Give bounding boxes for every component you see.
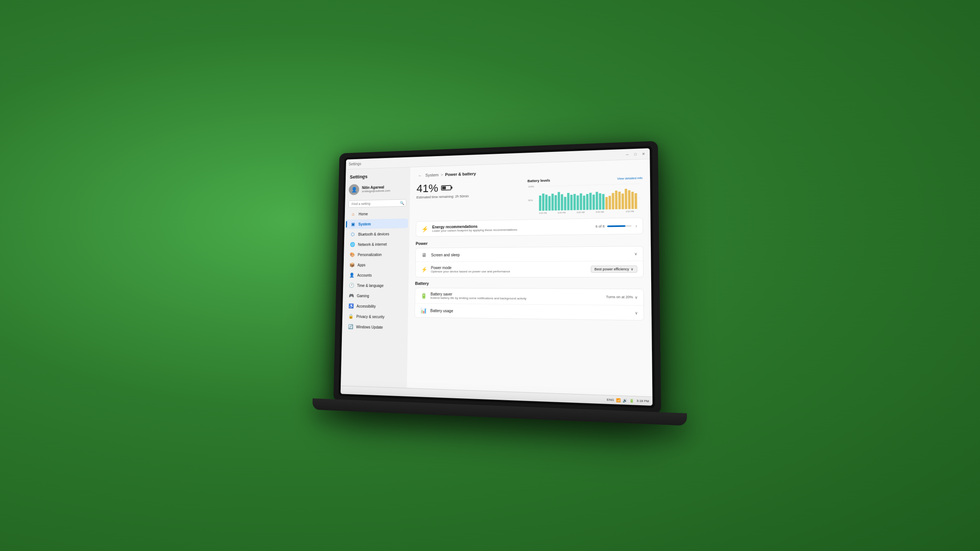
battery-percentage-display: 41% xyxy=(416,181,469,195)
power-mode-action: Best power efficiency ∨ xyxy=(591,266,637,273)
svg-rect-23 xyxy=(599,193,601,210)
minimize-button[interactable]: ─ xyxy=(624,152,630,157)
svg-rect-21 xyxy=(593,195,595,210)
svg-text:50%: 50% xyxy=(528,199,533,201)
chart-title: Battery levels xyxy=(528,179,550,183)
sidebar-item-accessibility[interactable]: ♿ Accessibility xyxy=(344,301,407,311)
user-info: Nitin Agarwal smblogs@outlook.com xyxy=(362,184,407,193)
sidebar-item-update[interactable]: 🔄 Windows Update xyxy=(343,322,407,333)
energy-recommendations-progress: 6 of 8 xyxy=(596,224,632,228)
taskbar-time: 3:18 PM xyxy=(637,399,649,403)
close-button[interactable]: ✕ xyxy=(641,151,647,156)
breadcrumb-current: Power & battery xyxy=(445,171,476,177)
svg-rect-30 xyxy=(622,194,624,209)
svg-rect-6 xyxy=(545,195,547,211)
battery-chart-section: Battery levels View detailed info 100% 5… xyxy=(528,176,643,215)
sidebar: Settings 👤 Nitin Agarwal smblogs@outlook… xyxy=(341,167,410,388)
sidebar-item-system[interactable]: ▣ System xyxy=(346,218,408,229)
taskbar-system-icons: ENG 📶 🔊 🔋 xyxy=(607,398,634,403)
battery-saver-action: Turns on at 20% ∨ xyxy=(606,295,637,299)
progress-bar xyxy=(607,225,632,227)
power-mode-value: Best power efficiency xyxy=(595,267,629,271)
chart-link[interactable]: View detailed info xyxy=(617,176,643,180)
sidebar-item-label-accessibility: Accessibility xyxy=(356,304,376,308)
battery-fill xyxy=(442,186,446,189)
svg-rect-25 xyxy=(605,197,608,210)
accounts-icon: 👤 xyxy=(349,272,354,278)
sidebar-item-time[interactable]: 🕐 Time & language xyxy=(345,280,407,290)
sidebar-item-label-bluetooth: Bluetooth & devices xyxy=(358,232,389,236)
svg-rect-13 xyxy=(567,193,569,210)
volume-icon: 🔊 xyxy=(623,398,627,403)
svg-rect-7 xyxy=(548,196,550,210)
battery-usage-icon: 📊 xyxy=(420,307,426,313)
svg-rect-22 xyxy=(596,192,598,210)
chart-area: 100% 50% xyxy=(528,181,643,215)
main-content: ← System > Power & battery 41% xyxy=(407,159,653,397)
sidebar-item-label-update: Windows Update xyxy=(356,325,383,329)
maximize-button[interactable]: □ xyxy=(632,151,638,157)
svg-line-2 xyxy=(538,184,640,186)
power-mode-title: Power mode xyxy=(431,265,587,270)
window-title: Settings xyxy=(349,162,361,166)
power-mode-icon: ⚡ xyxy=(421,267,427,273)
personalization-icon: 🎨 xyxy=(350,252,355,258)
screen-sleep-chevron-icon: ∨ xyxy=(634,251,637,256)
sidebar-item-network[interactable]: 🌐 Network & internet xyxy=(345,239,408,249)
avatar: 👤 xyxy=(349,184,359,195)
user-profile[interactable]: 👤 Nitin Agarwal smblogs@outlook.com xyxy=(345,180,410,197)
battery-saver-icon: 🔋 xyxy=(420,293,427,299)
sidebar-item-label-gaming: Gaming xyxy=(357,294,369,298)
battery-saver-row[interactable]: 🔋 Battery saver Extend battery life by l… xyxy=(415,288,644,305)
sidebar-item-home[interactable]: ⌂ Home xyxy=(346,208,408,219)
power-settings-card: 🖥 Screen and sleep ∨ ⚡ xyxy=(415,246,644,277)
sidebar-item-bluetooth[interactable]: ⬡ Bluetooth & devices xyxy=(346,229,408,239)
screen-sleep-row[interactable]: 🖥 Screen and sleep ∨ xyxy=(416,246,643,262)
screen-sleep-title: Screen and sleep xyxy=(431,251,630,257)
battery-usage-title: Battery usage xyxy=(430,308,630,315)
battery-usage-row[interactable]: 📊 Battery usage ∨ xyxy=(415,303,644,320)
energy-recommendations-card[interactable]: ⚡ Energy recommendations Lower your carb… xyxy=(416,217,643,237)
sidebar-item-apps[interactable]: 📦 Apps xyxy=(345,260,408,270)
sidebar-item-label-personalization: Personalization xyxy=(358,253,382,257)
svg-text:9:00 PM: 9:00 PM xyxy=(558,211,566,214)
svg-rect-12 xyxy=(564,197,566,210)
user-email: smblogs@outlook.com xyxy=(362,189,407,193)
battery-time-remaining: Estimated time remaining: 2h 50min xyxy=(416,194,469,199)
search-input[interactable] xyxy=(348,199,406,207)
power-mode-dropdown[interactable]: Best power efficiency ∨ xyxy=(591,266,637,273)
svg-rect-9 xyxy=(555,195,557,210)
svg-rect-11 xyxy=(561,194,563,210)
settings-window: Settings 👤 Nitin Agarwal smblogs@outlook… xyxy=(341,159,652,397)
power-mode-row[interactable]: ⚡ Power mode Optimize your device based … xyxy=(415,261,643,277)
svg-rect-27 xyxy=(612,193,614,209)
battery-saver-turns-on: Turns on at 20% xyxy=(606,295,633,299)
screen: Settings ─ □ ✕ Settings 👤 xyxy=(341,148,653,406)
svg-text:100%: 100% xyxy=(528,185,534,188)
search-box: 🔍 xyxy=(348,199,406,207)
laptop-shell: Settings ─ □ ✕ Settings 👤 xyxy=(333,141,661,414)
screen-sleep-icon: 🖥 xyxy=(421,252,427,258)
back-button[interactable]: ← xyxy=(417,172,423,179)
power-section-header: Power xyxy=(416,239,644,246)
battery-icon xyxy=(441,185,451,191)
battery-saver-subtitle: Extend battery life by limiting some not… xyxy=(431,296,602,301)
home-icon: ⌂ xyxy=(350,211,356,217)
time-icon: 🕐 xyxy=(349,282,354,288)
battery-time-value: 2h 50min xyxy=(455,194,469,199)
sidebar-item-gaming[interactable]: 🎮 Gaming xyxy=(344,291,407,301)
battery-section-header: Battery xyxy=(415,281,644,287)
svg-rect-8 xyxy=(551,194,554,210)
sidebar-item-privacy[interactable]: 🔒 Privacy & security xyxy=(344,311,407,322)
battery-saver-text: Battery saver Extend battery life by lim… xyxy=(431,292,602,301)
sidebar-item-label-apps: Apps xyxy=(358,263,366,267)
sidebar-title: Settings xyxy=(350,174,368,180)
sidebar-item-personalization[interactable]: 🎨 Personalization xyxy=(345,249,408,259)
recommendations-chevron-icon: › xyxy=(635,224,637,228)
svg-rect-26 xyxy=(609,196,611,210)
privacy-icon: 🔒 xyxy=(348,313,354,320)
svg-rect-17 xyxy=(580,193,582,210)
svg-rect-4 xyxy=(539,196,541,211)
svg-rect-24 xyxy=(602,194,605,210)
sidebar-item-accounts[interactable]: 👤 Accounts xyxy=(345,270,407,280)
